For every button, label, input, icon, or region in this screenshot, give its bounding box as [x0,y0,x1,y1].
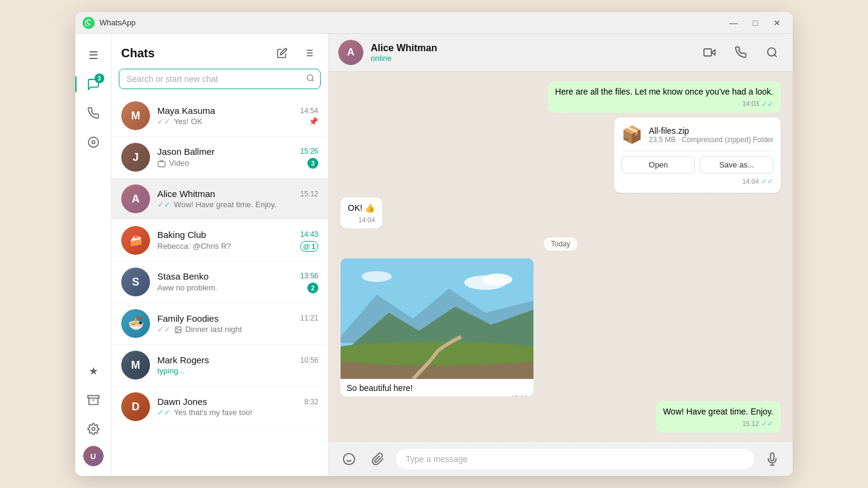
chat-items: M Maya Kasuma 14:54 ✓✓ Yes! OK 📌 [112,95,328,476]
message-bubble-sent: Here are all the files. Let me know once… [548,81,781,113]
chat-header-icons [272,43,318,63]
open-file-button[interactable]: Open [621,156,695,174]
search-icon [306,74,315,84]
starred-rail-icon[interactable]: ★ [81,359,105,383]
chat-name: Family Foodies [157,313,219,324]
svg-rect-3 [87,396,98,398]
chat-header-avatar[interactable]: A [338,40,363,65]
message-text: OK! 👍 [348,203,375,213]
unread-badge-mention: @ 1 [300,241,318,252]
image-message-bubble: So beautiful here! 15:06 ❤️ [341,258,533,396]
archived-rail-icon[interactable] [81,388,105,412]
chat-name: Maya Kasuma [157,105,215,116]
settings-rail-icon[interactable] [81,417,105,441]
chat-name: Jason Ballmer [157,146,215,157]
message-image [341,258,533,379]
avatar: A [121,184,150,213]
chat-time: 15:12 [300,190,318,198]
chat-item[interactable]: S Stasa Benko 13:56 Aww no problem. 2 [112,261,328,303]
chat-item[interactable]: 🍰 Baking Club 14:43 Rebecca: @Chris R? @… [112,220,328,261]
unread-badge: 2 [307,283,318,293]
whatsapp-logo [83,17,95,29]
pin-icon: 📌 [309,117,318,126]
avatar: M [121,101,150,130]
svg-point-27 [482,274,512,286]
menu-rail-icon[interactable]: ☰ [81,43,105,67]
chat-main: A Alice Whitman online [329,34,793,476]
chat-name: Dawn Jones [157,396,207,407]
new-chat-button[interactable] [272,43,292,63]
file-meta: 23.5 MB · Compressed (zipped) Folder [649,136,773,144]
chat-preview: ✓✓ Yes that's my fave too! [157,408,252,417]
message-bubble-received: OK! 👍 14:04 [341,198,382,228]
message-ticks: ✓✓ [761,99,773,110]
chat-preview-typing: typing... [157,366,185,375]
maximize-button[interactable]: □ [747,16,764,30]
search-box [119,69,321,89]
mic-button[interactable] [761,448,783,470]
message-time: 14:04 [358,216,375,225]
chat-info: Jason Ballmer 15:26 Video 3 [157,146,318,169]
user-avatar-rail[interactable]: U [83,446,104,466]
message-time: 15:06 [511,395,527,396]
video-call-button[interactable] [699,42,720,63]
message-text: Here are all the files. Let me know once… [555,87,773,96]
unread-badge: 3 [307,158,318,169]
emoji-button[interactable] [338,448,360,470]
chat-time: 14:54 [300,107,318,115]
chat-list-title: Chats [121,46,155,60]
file-name: All-files.zip [649,126,773,136]
chat-preview: Aww no problem. [157,283,217,292]
chat-info: Alice Whitman 15:12 ✓✓ Wow! Have great t… [157,189,318,209]
chat-time: 14:43 [300,230,318,239]
svg-point-2 [92,141,95,144]
message-bubble-sent: Wow! Have great time. Enjoy. 15:12 ✓✓ [656,401,781,433]
file-message-bubble: 📦 All-files.zip 23.5 MB · Compressed (zi… [614,117,781,193]
chat-info: Mark Rogers 10:56 typing... [157,355,318,375]
icon-rail: ☰ 3 ★ [75,34,112,476]
svg-line-13 [312,80,314,81]
avatar: 🍜 [121,309,150,338]
chat-item[interactable]: 🍜 Family Foodies 11:21 ✓✓ [112,303,328,345]
chats-rail-icon[interactable]: 3 [81,72,105,96]
attach-button[interactable] [367,448,389,470]
message-input[interactable] [396,449,754,469]
avatar: 🍰 [121,226,150,255]
svg-point-29 [344,454,354,465]
status-rail-icon[interactable] [81,130,105,154]
chat-info: Maya Kasuma 14:54 ✓✓ Yes! OK 📌 [157,105,318,126]
image-caption-area: So beautiful here! 15:06 [341,379,533,396]
window-controls: — □ ✕ [725,16,785,30]
chat-item[interactable]: A Alice Whitman 15:12 ✓✓ Wow! Have great… [112,178,328,220]
message-time: 14:03 [742,99,759,108]
chat-contact-name: Alice Whitman [371,43,691,54]
calls-rail-icon[interactable] [81,101,105,125]
search-chat-button[interactable] [761,42,783,63]
chat-info: Dawn Jones 8:32 ✓✓ Yes that's my fave to… [157,396,318,417]
chat-preview: ✓✓ Wow! Have great time. Enjoy. [157,200,277,209]
chat-item[interactable]: J Jason Ballmer 15:26 Video [112,137,328,178]
chat-item[interactable]: M Mark Rogers 10:56 typing... [112,345,328,386]
close-button[interactable]: ✕ [769,16,785,30]
chat-item[interactable]: D Dawn Jones 8:32 ✓✓ Yes that's my fave … [112,386,328,428]
chat-preview: ✓✓ Yes! OK [157,117,203,126]
minimize-button[interactable]: — [725,16,742,30]
chat-preview: Rebecca: @Chris R? [157,242,231,251]
chat-item[interactable]: M Maya Kasuma 14:54 ✓✓ Yes! OK 📌 [112,95,328,137]
file-type-icon: 📦 [621,125,643,145]
chat-name: Stasa Benko [157,271,209,281]
app-body: ☰ 3 ★ [75,34,793,476]
search-input[interactable] [119,69,321,89]
chat-time: 10:56 [300,356,318,364]
avatar: D [121,392,150,421]
chat-name: Mark Rogers [157,355,209,365]
save-file-button[interactable]: Save as... [700,156,773,174]
svg-point-28 [362,271,392,282]
voice-call-button[interactable] [730,42,752,63]
image-caption: So beautiful here! [347,383,413,393]
chat-preview: ✓✓ Dinner last night [157,325,242,334]
chat-messages: Here are all the files. Let me know once… [329,72,793,442]
svg-marker-17 [711,50,715,55]
filter-button[interactable] [299,43,318,63]
svg-point-1 [88,137,98,148]
